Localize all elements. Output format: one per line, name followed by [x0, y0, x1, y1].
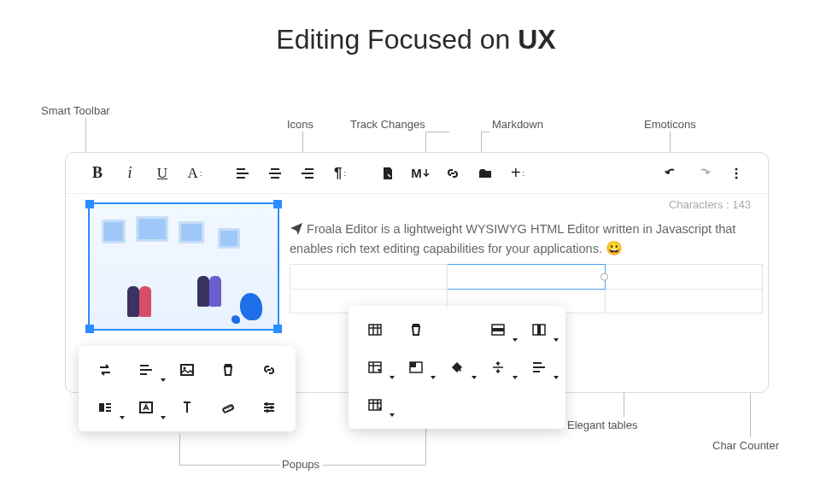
more-button[interactable]	[720, 158, 753, 189]
table-remove-button[interactable]	[400, 314, 432, 345]
table-cell-button[interactable]	[400, 352, 432, 383]
redo-button[interactable]	[688, 158, 720, 189]
content-paragraph[interactable]: Froala Editor is a lightweight WYSIWYG H…	[290, 220, 742, 258]
table-halign-button[interactable]	[523, 352, 555, 383]
underline-button[interactable]: U	[146, 158, 179, 189]
align-left-button[interactable]	[226, 158, 259, 189]
image-display-button[interactable]	[171, 355, 203, 385]
image-popup	[79, 346, 296, 431]
image-remove-button[interactable]	[212, 355, 244, 385]
table-selected-cell[interactable]	[448, 265, 605, 290]
heading-prefix: Editing Focused on	[276, 24, 518, 55]
callout-icons: Icons	[287, 118, 313, 131]
image-replace-button[interactable]	[89, 355, 121, 385]
image-size-button[interactable]	[212, 392, 244, 423]
smile-emoji: 😀	[606, 241, 623, 255]
link-button[interactable]	[437, 158, 469, 189]
page-heading: Editing Focused on UX	[0, 24, 832, 56]
italic-button[interactable]: i	[114, 158, 146, 189]
callout-smart-toolbar: Smart Toolbar	[41, 104, 110, 117]
image-style-button[interactable]	[89, 392, 121, 423]
insert-more-button[interactable]: +:	[501, 158, 534, 189]
table-cell-style-button[interactable]	[359, 390, 391, 420]
table-style-button[interactable]	[359, 352, 391, 383]
file-button[interactable]	[469, 158, 501, 189]
paper-plane-icon	[290, 221, 303, 235]
svg-rect-11	[369, 325, 381, 335]
svg-rect-13	[492, 328, 504, 331]
svg-rect-5	[99, 403, 104, 412]
table-header-button[interactable]	[359, 314, 391, 345]
font-button[interactable]: A:	[179, 158, 211, 189]
callout-markdown: Markdown	[492, 118, 543, 131]
svg-point-4	[184, 367, 186, 370]
svg-point-2	[735, 176, 738, 179]
undo-button[interactable]	[655, 158, 688, 189]
align-right-button[interactable]	[291, 158, 324, 189]
svg-point-8	[265, 402, 268, 406]
svg-rect-18	[410, 362, 416, 367]
table-cell-bg-button[interactable]	[441, 352, 473, 383]
table-popup	[349, 306, 565, 429]
selected-image[interactable]	[88, 202, 279, 331]
char-counter: Characters : 143	[669, 198, 751, 211]
callout-elegant-tables: Elegant tables	[567, 419, 637, 431]
callout-emoticons: Emoticons	[644, 118, 696, 131]
image-alt-button[interactable]	[130, 392, 162, 423]
svg-rect-7	[223, 405, 234, 413]
svg-rect-3	[181, 365, 193, 375]
svg-point-9	[270, 406, 273, 409]
callout-track-changes: Track Changes	[350, 118, 425, 131]
svg-rect-15	[537, 325, 541, 335]
callout-char-counter: Char Counter	[712, 439, 779, 452]
paragraph-format-button[interactable]: ¶:	[324, 158, 356, 189]
heading-bold: UX	[518, 24, 555, 55]
image-advanced-button[interactable]	[253, 392, 285, 423]
table-valign-button[interactable]	[482, 352, 514, 383]
callout-popups: Popups	[282, 458, 319, 471]
markdown-button[interactable]: M	[404, 158, 437, 189]
body-text: Froala Editor is a lightweight WYSIWYG H…	[290, 222, 735, 255]
illustration	[90, 204, 278, 329]
track-changes-button[interactable]	[372, 158, 404, 189]
toolbar: B i U A: ¶: M +:	[66, 153, 768, 194]
image-align-button[interactable]	[130, 355, 162, 385]
table-row-button[interactable]	[482, 314, 514, 345]
align-center-button[interactable]	[259, 158, 291, 189]
bold-button[interactable]: B	[81, 158, 114, 189]
svg-point-0	[735, 167, 738, 170]
table-column-button[interactable]	[523, 314, 555, 345]
svg-point-10	[266, 409, 269, 413]
editor-body[interactable]: Froala Editor is a lightweight WYSIWYG H…	[66, 194, 768, 221]
image-link-button[interactable]	[253, 355, 285, 385]
svg-point-1	[735, 172, 738, 174]
image-caption-button[interactable]	[171, 392, 203, 423]
